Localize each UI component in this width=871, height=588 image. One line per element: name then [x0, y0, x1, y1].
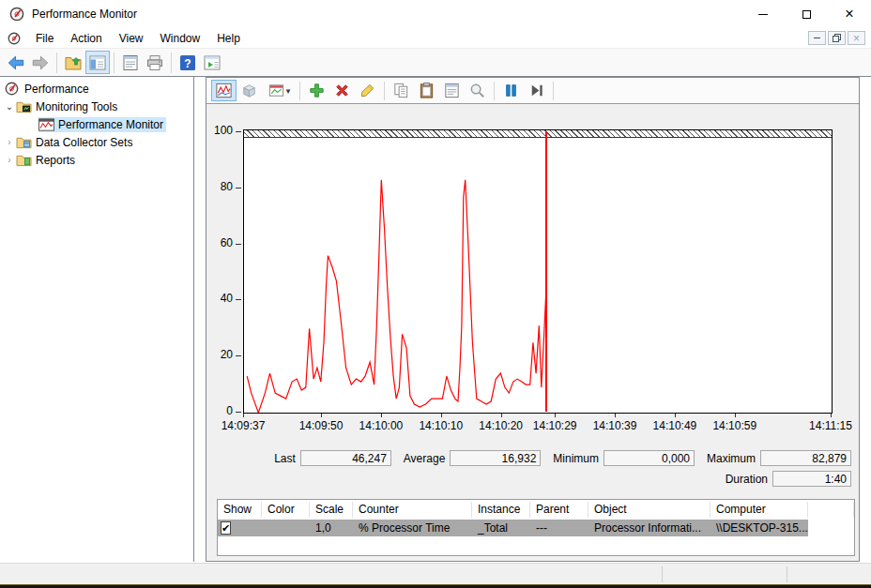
- legend-object: Processor Informati...: [588, 521, 711, 535]
- column-header-instance[interactable]: Instance: [472, 502, 530, 518]
- performance-monitor-window: Performance Monitor × File Action View W…: [0, 0, 871, 588]
- legend-parent: ---: [530, 521, 588, 535]
- tree-item-monitoring-tools[interactable]: ⌄ Monitoring Tools: [0, 98, 193, 115]
- column-header-object[interactable]: Object: [588, 502, 711, 518]
- x-tick-mark: [381, 414, 382, 417]
- x-tick-label: 14:10:39: [585, 419, 645, 432]
- mdi-restore-button[interactable]: [828, 31, 846, 45]
- console-icon: [8, 32, 21, 45]
- y-tick-mark: [236, 244, 241, 245]
- maximum-value: 82,879: [760, 450, 851, 466]
- average-value: 16,932: [450, 450, 541, 466]
- properties-button[interactable]: [118, 51, 143, 74]
- export-folder-icon: [64, 53, 83, 72]
- performance-monitor-chart-icon: [38, 118, 54, 131]
- add-counter-button[interactable]: [304, 80, 329, 101]
- mdi-minimize-button[interactable]: [808, 31, 826, 45]
- statusbar-separator: [662, 566, 663, 582]
- duration-value: 1:40: [772, 471, 851, 487]
- y-tick-label: 100: [212, 124, 233, 137]
- dropdown-arrow-icon: ▾: [286, 86, 291, 96]
- duration-label: Duration: [726, 473, 768, 486]
- y-tick-label: 0: [212, 404, 233, 417]
- tree-item-data-collector-sets[interactable]: › Data Collector Sets: [0, 133, 193, 151]
- menu-action[interactable]: Action: [62, 30, 110, 47]
- tree-label-reports: Reports: [33, 153, 78, 168]
- column-header-counter[interactable]: Counter: [353, 502, 472, 518]
- tree-label-performance-monitor: Performance Monitor: [55, 117, 166, 132]
- x-tick-mark: [615, 414, 616, 417]
- expand-chevron-icon[interactable]: ›: [3, 137, 16, 147]
- x-tick-label: 14:09:37: [213, 419, 273, 432]
- menu-file[interactable]: File: [27, 30, 62, 47]
- action-pane-icon: [203, 53, 222, 72]
- x-tick-label: 14:10:20: [471, 419, 531, 432]
- performance-monitor-pane: ▾: [206, 77, 860, 562]
- zoom-button[interactable]: [465, 80, 490, 101]
- tree-item-performance[interactable]: Performance: [0, 80, 193, 98]
- tree-item-reports[interactable]: › Reports: [0, 151, 193, 169]
- change-graph-type-icon: [267, 82, 285, 99]
- menu-window[interactable]: Window: [152, 30, 209, 47]
- time-cursor: [545, 131, 547, 412]
- x-tick-mark: [675, 414, 676, 417]
- stats-row-1: Last 46,247 Average 16,932 Minimum 0,000…: [216, 450, 851, 466]
- show-hide-action-pane-button[interactable]: [200, 51, 224, 74]
- column-header-computer[interactable]: Computer: [711, 502, 808, 518]
- statusbar: [0, 563, 871, 584]
- copy-properties-icon: [392, 82, 410, 99]
- paste-counter-list-button[interactable]: [414, 80, 439, 101]
- view-log-data-button[interactable]: [237, 80, 262, 101]
- x-tick-label: 14:10:00: [351, 419, 411, 432]
- copy-properties-button[interactable]: [389, 80, 414, 101]
- properties-icon: [121, 53, 140, 72]
- highlight-button[interactable]: [355, 80, 380, 101]
- x-tick-mark: [501, 414, 502, 417]
- show-hide-console-tree-button[interactable]: [85, 51, 110, 74]
- tree-label-performance: Performance: [22, 82, 92, 97]
- highlight-icon: [359, 82, 376, 99]
- close-button[interactable]: ×: [828, 0, 871, 28]
- minimize-button[interactable]: [741, 0, 785, 28]
- last-value: 46,247: [300, 450, 391, 466]
- column-header-show[interactable]: Show: [218, 502, 262, 518]
- help-button[interactable]: ?: [176, 51, 200, 74]
- expand-chevron-icon[interactable]: ›: [3, 155, 16, 165]
- change-graph-type-button[interactable]: ▾: [262, 80, 296, 101]
- window-title: Performance Monitor: [32, 8, 137, 21]
- last-label: Last: [274, 452, 296, 465]
- maximum-label: Maximum: [707, 452, 756, 465]
- column-header-empty: [808, 502, 854, 518]
- column-header-parent[interactable]: Parent: [530, 502, 588, 518]
- delete-counter-button[interactable]: [329, 80, 355, 101]
- maximize-button[interactable]: [785, 0, 828, 28]
- print-button[interactable]: [143, 51, 167, 74]
- legend-show-checkbox[interactable]: ✔: [221, 521, 231, 535]
- mdi-restore-icon: [833, 34, 841, 42]
- add-counter-icon: [308, 82, 326, 99]
- counter-legend-table: Show Color Scale Counter Instance Parent…: [217, 499, 855, 556]
- menubar: File Action View Window Help ×: [0, 28, 871, 49]
- update-data-button[interactable]: [524, 80, 549, 101]
- toolbar-separator: [384, 82, 385, 100]
- x-tick-label: 14:10:59: [705, 419, 765, 432]
- folder-monitoring-tools-icon: [16, 99, 32, 113]
- counter-row[interactable]: ✔ 1,0 % Processor Time _Total --- Proces…: [218, 520, 808, 536]
- tree-label-monitoring-tools: Monitoring Tools: [33, 99, 120, 114]
- column-header-scale[interactable]: Scale: [310, 502, 353, 518]
- menu-view[interactable]: View: [111, 30, 152, 47]
- mdi-close-button[interactable]: ×: [848, 31, 865, 45]
- help-icon: ?: [178, 53, 197, 72]
- freeze-display-button[interactable]: [498, 80, 524, 101]
- view-current-activity-button[interactable]: [211, 80, 237, 101]
- graph-properties-button[interactable]: [439, 80, 465, 101]
- menu-help[interactable]: Help: [208, 30, 249, 47]
- back-button[interactable]: [4, 51, 28, 74]
- forward-button[interactable]: [28, 51, 53, 74]
- collapse-chevron-icon[interactable]: ⌄: [3, 101, 16, 112]
- export-button[interactable]: [61, 51, 85, 74]
- plot-area[interactable]: [243, 129, 833, 414]
- close-icon: ×: [845, 7, 853, 22]
- column-header-color[interactable]: Color: [262, 502, 310, 518]
- tree-item-performance-monitor[interactable]: Performance Monitor: [0, 115, 193, 133]
